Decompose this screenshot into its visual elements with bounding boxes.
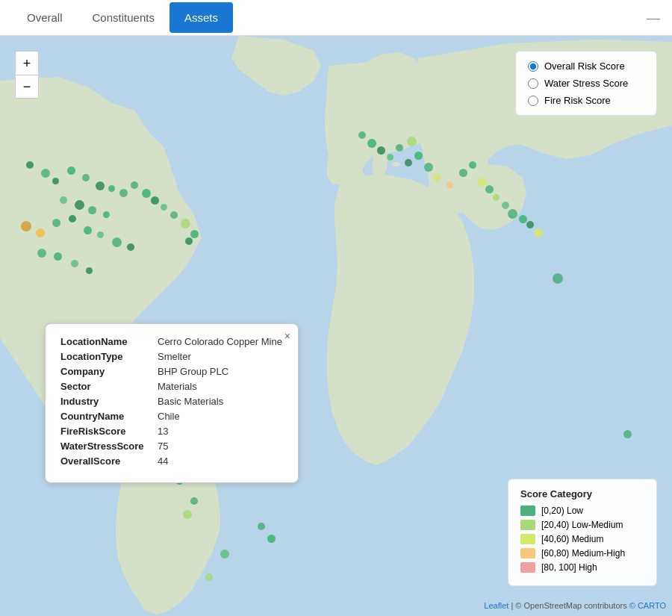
tab-assets[interactable]: Assets [169,2,233,33]
map-dot[interactable] [424,163,433,172]
map-dot[interactable] [108,185,115,192]
map-dot[interactable] [36,228,45,237]
map-dot[interactable] [526,221,534,228]
map-dot[interactable] [205,573,213,581]
map-dot[interactable] [82,174,90,181]
legend-item-label: [60,80) Medium-High [541,548,625,559]
map-dot[interactable] [183,510,192,519]
popup-field-label: Company [60,366,158,377]
map-dot[interactable] [459,169,467,177]
map-dot[interactable] [119,189,128,197]
map-dot[interactable] [21,221,31,231]
map-dot[interactable] [267,535,276,543]
zoom-in-button[interactable]: + [15,51,39,75]
map-dot[interactable] [387,154,393,161]
map-dot[interactable] [52,219,60,227]
score-legend: Score Category [0,20) Low[20,40) Low-Med… [508,479,657,586]
popup-field-label: OverallScore [60,455,158,467]
tab-overall[interactable]: Overall [12,2,78,33]
map-container: + − Overall Risk Score Water Stress Scor… [0,36,672,616]
map-dot[interactable] [52,178,59,184]
map-dot[interactable] [534,228,543,237]
map-dot[interactable] [170,211,178,219]
map-dot[interactable] [142,189,151,198]
map-dot[interactable] [258,523,265,530]
score-option-overall[interactable]: Overall Risk Score [528,60,644,72]
map-dot[interactable] [75,200,84,210]
tab-bar: Overall Constituents Assets — [0,0,672,36]
map-dot[interactable] [220,550,229,559]
map-dot[interactable] [37,249,46,258]
popup-field-label: WaterStressScore [60,441,158,452]
map-dot[interactable] [367,139,376,148]
map-dot[interactable] [407,137,417,146]
tab-constituents[interactable]: Constituents [78,2,169,33]
map-dot[interactable] [67,167,75,175]
map-dot[interactable] [86,267,93,274]
map-dot[interactable] [88,206,96,214]
map-dot[interactable] [377,146,385,155]
legend-items-container: [0,20) Low[20,40) Low-Medium[40,60) Medi… [520,505,644,573]
popup-field-value: 44 [158,455,168,467]
popup-field-label: FireRiskScore [60,426,158,437]
map-dot[interactable] [103,211,110,218]
popup-field-label: CountryName [60,411,158,422]
map-dot[interactable] [396,144,403,152]
map-dot[interactable] [84,226,92,234]
map-dot[interactable] [508,209,517,219]
map-dot[interactable] [151,196,159,205]
popup-field-value: BHP Group PLC [158,366,228,377]
map-dot[interactable] [41,169,50,178]
popup-content: LocationNameCerro Colorado Copper MineLo… [60,336,283,467]
map-dot[interactable] [553,273,563,284]
carto-link[interactable]: © CARTO [629,601,666,610]
map-dot[interactable] [185,237,193,245]
popup-row: IndustryBasic Materials [60,396,283,407]
map-dot[interactable] [190,230,199,238]
map-dot[interactable] [502,202,509,209]
popup-close-button[interactable]: × [284,330,290,342]
popup-field-label: LocationName [60,336,158,347]
popup-field-value: Chile [158,411,180,422]
svg-point-2 [391,162,400,167]
map-dot[interactable] [358,131,366,139]
map-dot[interactable] [69,215,76,223]
map-dot[interactable] [26,161,34,169]
map-dot[interactable] [478,178,487,187]
map-dot[interactable] [54,252,62,261]
map-dot[interactable] [447,181,453,188]
map-controls: + − [15,51,39,99]
map-dot[interactable] [485,185,494,193]
legend-item-label: [40,60) Medium [541,534,603,544]
minimize-button[interactable]: — [647,11,660,25]
zoom-out-button[interactable]: − [15,75,39,99]
map-dot[interactable] [96,181,105,190]
legend-title: Score Category [520,488,644,500]
map-dot[interactable] [97,231,104,238]
map-dot[interactable] [623,430,632,438]
map-dot[interactable] [131,181,138,189]
map-dot[interactable] [414,152,423,160]
map-dot[interactable] [181,219,190,228]
map-dot[interactable] [127,243,134,251]
legend-item-label: [0,20) Low [541,505,583,516]
score-radio-overall[interactable] [528,61,538,72]
score-option-water[interactable]: Water Stress Score [528,78,644,89]
leaflet-link[interactable]: Leaflet [484,601,508,610]
score-radio-water[interactable] [528,78,538,89]
map-dot[interactable] [71,260,78,267]
map-dot[interactable] [493,194,500,201]
map-dot[interactable] [433,174,441,181]
map-dot[interactable] [112,237,122,247]
score-radio-fire[interactable] [528,96,538,106]
legend-item: [0,20) Low [520,505,644,516]
map-dot[interactable] [519,215,527,223]
map-dot[interactable] [190,497,198,505]
legend-color-swatch [520,548,535,559]
map-dot[interactable] [405,159,412,167]
score-label-overall: Overall Risk Score [544,60,625,72]
score-option-fire[interactable]: Fire Risk Score [528,95,644,106]
map-dot[interactable] [60,196,67,204]
map-dot[interactable] [469,161,476,169]
map-dot[interactable] [161,204,167,211]
